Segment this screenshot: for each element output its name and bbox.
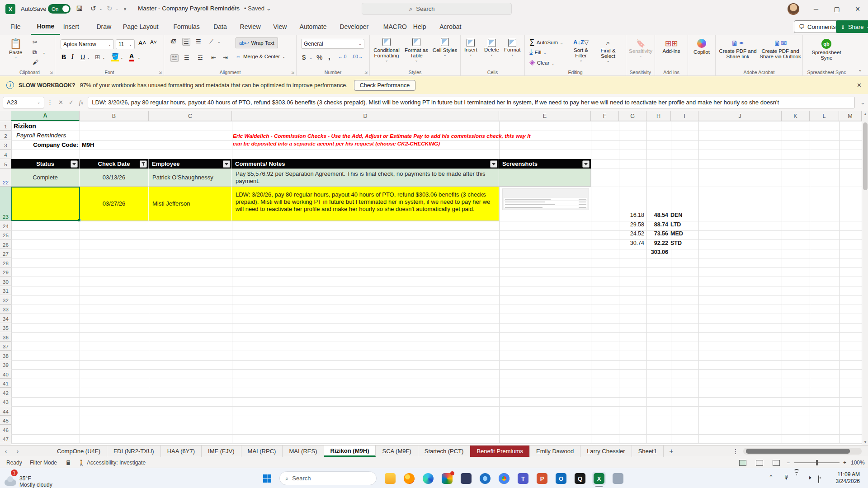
- orientation-chevron[interactable]: ⌄: [217, 40, 221, 44]
- ribbon-tab-home[interactable]: Home: [31, 18, 60, 35]
- column-header-e[interactable]: E: [499, 111, 591, 121]
- clear-button[interactable]: ◈ Clear ⌄: [529, 58, 554, 66]
- commission-note-line1[interactable]: Eric Waidelich - Commission Checks - Use…: [233, 133, 530, 139]
- merge-center-button[interactable]: ⇔Merge & Center⌄: [236, 53, 285, 60]
- undo-chevron[interactable]: ⌄: [99, 6, 103, 11]
- column-header-k[interactable]: K: [782, 111, 810, 121]
- fill-handle[interactable]: [78, 219, 81, 222]
- header-employee[interactable]: Employee: [149, 159, 232, 169]
- start-button[interactable]: [260, 472, 274, 485]
- powerpoint-icon[interactable]: P: [535, 472, 549, 485]
- sheet-tab-compone-u4f-[interactable]: CompOne (U4F): [51, 446, 107, 457]
- row-header-37[interactable]: 37: [0, 342, 11, 351]
- column-header-l[interactable]: L: [810, 111, 839, 121]
- wrap-text-button[interactable]: ab↩Wrap Text: [236, 38, 278, 48]
- row-header-28[interactable]: 28: [0, 258, 11, 267]
- create-pdf-link-button[interactable]: 🗎⚭ Create PDF and Share link: [717, 39, 758, 59]
- collapse-ribbon-chevron[interactable]: ⌄: [858, 67, 862, 73]
- row-header-34[interactable]: 34: [0, 314, 11, 323]
- row-header-26[interactable]: 26: [0, 239, 11, 249]
- cell-e22-screenshot[interactable]: [499, 169, 591, 187]
- scroll-down-arrow[interactable]: ▼: [862, 439, 868, 445]
- status-filter-dropdown-icon[interactable]: [71, 160, 78, 168]
- font-name-combo[interactable]: Aptos Narrow⌄: [61, 39, 114, 49]
- bold-button[interactable]: B: [61, 53, 66, 61]
- ribbon-tab-automate[interactable]: Automate: [294, 18, 333, 35]
- row-header-29[interactable]: 29: [0, 267, 11, 277]
- page-break-view-icon[interactable]: [768, 457, 780, 468]
- row-header-32[interactable]: 32: [0, 295, 11, 305]
- ribbon-tab-acrobat[interactable]: Acrobat: [434, 18, 467, 35]
- sheet-tab-emily-dawood[interactable]: Emily Dawood: [530, 446, 580, 457]
- row-header-33[interactable]: 33: [0, 305, 11, 314]
- screenshots-filter-dropdown-icon[interactable]: [582, 160, 590, 168]
- taskbar-search[interactable]: ⌕Search: [279, 471, 377, 485]
- column-header-i[interactable]: I: [671, 111, 698, 121]
- font-color-icon[interactable]: A: [129, 52, 134, 61]
- benefit-row-med[interactable]: 24.5273.56MED: [619, 230, 683, 239]
- align-left-icon[interactable]: ☱: [170, 54, 179, 62]
- column-header-h[interactable]: H: [646, 111, 671, 121]
- accessibility-icon[interactable]: 🚶: [78, 457, 85, 468]
- add-sheet-button[interactable]: +: [664, 446, 679, 457]
- zoom-in-icon[interactable]: +: [843, 457, 846, 468]
- photos-icon[interactable]: [440, 472, 454, 485]
- accounting-chevron[interactable]: ⌄: [309, 56, 312, 60]
- row-header-44[interactable]: 44: [0, 406, 11, 416]
- ribbon-tab-review[interactable]: Review: [234, 18, 267, 35]
- row-header-36[interactable]: 36: [0, 332, 11, 342]
- macro-record-icon[interactable]: 🖩: [66, 457, 71, 468]
- benefit-row-den[interactable]: 16.1848.54DEN: [619, 212, 682, 221]
- italic-button[interactable]: I: [71, 53, 74, 61]
- row-header-1[interactable]: 1: [0, 121, 11, 131]
- ribbon-tab-insert[interactable]: Insert: [57, 18, 85, 35]
- name-box-menu-icon[interactable]: ⋮: [47, 99, 53, 106]
- grow-font-icon[interactable]: A˄: [138, 39, 146, 47]
- cell-c23-employee[interactable]: Misti Jefferson: [149, 187, 232, 221]
- cell-d23-comment[interactable]: LDW: 3/20/26, pay 80 regular hours, payo…: [232, 187, 499, 221]
- row-header-3[interactable]: 3: [0, 140, 11, 150]
- zoom-slider-thumb[interactable]: [816, 460, 818, 465]
- outlook-icon[interactable]: O: [554, 472, 568, 485]
- header-check-date[interactable]: Check Date: [80, 159, 149, 169]
- fx-icon[interactable]: fx: [79, 99, 83, 106]
- fill-color-chevron[interactable]: ⌄: [120, 56, 123, 60]
- sheet-tab-fdi-nr2-txu-[interactable]: FDI (NR2-TXU): [107, 446, 161, 457]
- sheet-nav-right-icon[interactable]: ›: [12, 446, 24, 457]
- teams-icon[interactable]: T: [516, 472, 530, 485]
- sort-filter-button[interactable]: A↓Z▽ Sort & Filter⌄: [568, 39, 594, 62]
- sheet-tab-sca-m9f-[interactable]: SCA (M9F): [376, 446, 418, 457]
- row-header-22[interactable]: 22: [0, 169, 11, 187]
- align-top-icon[interactable]: 🖅: [170, 38, 176, 45]
- decrease-decimal-icon[interactable]: .00→: [352, 54, 363, 59]
- screenshot-thumbnail[interactable]: [503, 189, 589, 210]
- sheet-tab-mai-res-[interactable]: MAI (RES): [283, 446, 324, 457]
- close-button[interactable]: ✕: [847, 0, 868, 18]
- vertical-scrollbar[interactable]: ▲ ▼: [862, 111, 868, 445]
- underline-button[interactable]: U: [80, 53, 85, 61]
- column-header-a[interactable]: A: [11, 111, 80, 121]
- cell-a1-company[interactable]: Rizikon: [14, 122, 36, 130]
- header-comments[interactable]: Comments/ Notes: [232, 159, 499, 169]
- sheet-nav-left-icon[interactable]: ‹: [0, 446, 12, 457]
- battery-icon[interactable]: [818, 476, 819, 483]
- vertical-scroll-thumb[interactable]: [863, 122, 868, 190]
- ribbon-tab-page-layout[interactable]: Page Layout: [117, 18, 165, 35]
- insert-cells-button[interactable]: Insert⌄: [464, 39, 477, 56]
- accessibility-status[interactable]: Accessibility: Investigate: [87, 457, 146, 468]
- cell-d22-comment[interactable]: Pay $5,576.92 per Separation Agreement. …: [232, 169, 499, 187]
- formula-input[interactable]: LDW: 3/20/26, pay 80 regular hours, payo…: [88, 97, 855, 108]
- file-explorer-icon[interactable]: [383, 472, 397, 485]
- comments-filter-dropdown-icon[interactable]: [490, 160, 497, 168]
- tab-overflow-menu-icon[interactable]: ⋮: [732, 446, 739, 457]
- sheet-tab-sheet1[interactable]: Sheet1: [632, 446, 664, 457]
- excel-app-icon[interactable]: X: [5, 4, 15, 14]
- orientation-icon[interactable]: ⟋: [209, 38, 213, 45]
- cell-a2-subtitle[interactable]: Payroll Reminders: [16, 132, 66, 139]
- row-header-31[interactable]: 31: [0, 286, 11, 295]
- redo-chevron[interactable]: ⌄: [115, 6, 119, 11]
- sensitivity-button[interactable]: 🔖 Sensitivity⌄: [628, 39, 653, 58]
- row-header-39[interactable]: 39: [0, 360, 11, 369]
- format-cells-button[interactable]: Format⌄: [504, 39, 520, 56]
- fill-button[interactable]: ⤓ Fill ⌄: [529, 48, 546, 56]
